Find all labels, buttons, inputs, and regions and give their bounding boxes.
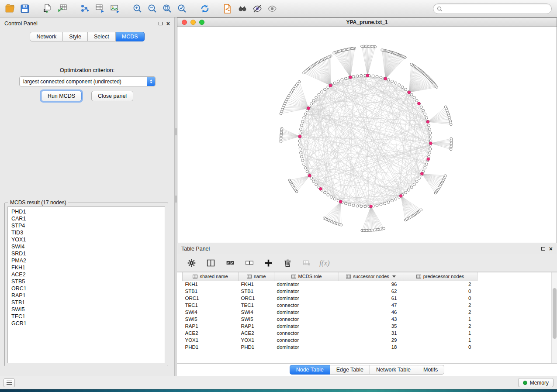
function-builder-icon[interactable]: f(x) [319,259,330,268]
zoom-fit-icon[interactable] [161,2,174,15]
table-row[interactable]: ACE2ACE2connector311 [183,330,477,337]
list-item[interactable]: ORC1 [8,285,165,292]
list-item[interactable]: RAP1 [8,292,165,299]
zoom-out-icon[interactable] [146,2,159,15]
list-item[interactable]: YOX1 [8,236,165,243]
table-row[interactable]: RAP1RAP1dominator352 [183,323,477,330]
table-row[interactable]: YOX1YOX1connector291 [183,337,477,344]
table-row[interactable]: FKH1FKH1dominator962 [183,281,477,288]
table-cell[interactable]: 46 [339,309,403,316]
table-cell[interactable]: dominator [274,344,339,351]
table-cell[interactable]: TEC1 [183,302,239,309]
table-cell[interactable]: 29 [339,337,403,344]
table-cell[interactable]: RAP1 [239,323,274,330]
add-row-icon[interactable] [262,257,275,270]
table-row[interactable]: SWI4SWI4dominator462 [183,309,477,316]
table-cell[interactable]: FKH1 [239,281,274,288]
table-cell[interactable]: 1 [403,316,477,323]
list-item[interactable]: GCR1 [8,320,165,327]
table-cell[interactable]: connector [274,316,339,323]
table-cell[interactable]: connector [274,337,339,344]
table-cell[interactable]: 2 [403,323,477,330]
show-birdseye-view-icon[interactable] [266,2,279,15]
tab-network-table[interactable]: Network Table [370,365,417,375]
list-item[interactable]: STB5 [8,278,165,285]
export-table-icon[interactable] [93,2,107,15]
table-row[interactable]: ORC1ORC1dominator610 [183,295,477,302]
table-cell[interactable]: SWI5 [239,316,274,323]
table-cell[interactable]: STB1 [183,288,239,295]
table-cell[interactable]: FKH1 [183,281,239,288]
tab-node-table[interactable]: Node Table [290,365,330,375]
table-cell[interactable]: dominator [274,309,339,316]
delete-row-icon[interactable] [281,257,294,270]
window-maximize-icon[interactable] [199,20,204,25]
settings-gear-icon[interactable] [185,257,198,270]
splitter-handle[interactable] [175,128,177,135]
table-cell[interactable]: ACE2 [239,330,274,337]
list-item[interactable]: CAR1 [8,215,165,222]
table-cell[interactable]: 1 [403,337,477,344]
column-header-shared-name[interactable]: shared name [183,272,239,281]
table-cell[interactable]: 62 [339,288,403,295]
list-item[interactable]: FKH1 [8,264,165,271]
zoom-selected-icon[interactable] [176,2,189,15]
table-cell[interactable]: dominator [274,281,339,288]
table-cell[interactable]: PHD1 [183,344,239,351]
search-field[interactable] [433,3,552,14]
mcds-result-list[interactable]: PHD1CAR1STP4TID3YOX1SWI4SRD1PMA2FKH1ACE2… [7,206,165,363]
table-cell[interactable]: 0 [403,344,477,351]
table-cell[interactable]: 61 [339,295,403,302]
tab-motifs[interactable]: Motifs [417,365,444,375]
table-cell[interactable]: ACE2 [183,330,239,337]
zoom-in-icon[interactable] [131,2,144,15]
table-cell[interactable]: 2 [403,302,477,309]
table-cell[interactable]: 0 [403,288,477,295]
table-cell[interactable]: RAP1 [183,323,239,330]
column-header-mcds-role[interactable]: MCDS role [274,272,339,281]
table-row[interactable]: STB1STB1dominator620 [183,288,477,295]
table-cell[interactable]: 47 [339,302,403,309]
run-mcds-button[interactable]: Run MCDS [41,91,82,101]
window-close-icon[interactable] [182,20,187,25]
table-cell[interactable]: 35 [339,323,403,330]
export-image-icon[interactable] [108,2,121,15]
table-cell[interactable]: 31 [339,330,403,337]
list-item[interactable]: SWI4 [8,243,165,250]
save-icon[interactable] [18,2,31,15]
float-table-panel-icon[interactable] [541,247,545,251]
share-network-document-icon[interactable] [221,2,234,15]
column-header-name[interactable]: name [239,272,274,281]
table-cell[interactable]: 96 [339,281,403,288]
window-minimize-icon[interactable] [190,20,196,25]
float-panel-icon[interactable] [159,22,163,25]
select-all-icon[interactable] [223,257,236,270]
close-panel-icon[interactable]: × [166,21,170,26]
tab-select[interactable]: Select [88,32,116,41]
network-canvas[interactable] [177,27,557,242]
column-header-predecessor-nodes[interactable]: predecessor nodes [403,272,477,281]
table-cell[interactable]: 43 [339,316,403,323]
table-cell[interactable]: dominator [274,323,339,330]
table-cell[interactable]: 1 [403,330,477,337]
scrollbar-thumb[interactable] [553,288,557,339]
table-cell[interactable]: 0 [403,295,477,302]
table-cell[interactable]: 18 [339,344,403,351]
split-view-icon[interactable] [204,257,217,270]
list-item[interactable]: TEC1 [8,313,165,320]
table-row[interactable]: SWI5SWI5connector431 [183,316,477,323]
tab-edge-table[interactable]: Edge Table [330,365,370,375]
table-scrollbar[interactable] [551,272,557,363]
clear-table-icon[interactable] [300,257,313,270]
list-item[interactable]: PMA2 [8,257,165,264]
table-cell[interactable]: YOX1 [239,337,274,344]
list-item[interactable]: SWI5 [8,306,165,313]
column-header-successor-nodes[interactable]: successor nodes [339,272,403,281]
table-cell[interactable]: PHD1 [239,344,274,351]
list-item[interactable]: STB1 [8,299,165,306]
close-panel-button[interactable]: Close panel [91,91,133,101]
table-cell[interactable]: dominator [274,288,339,295]
network-window-titlebar[interactable]: YPA_prune.txt_1 [177,18,557,27]
table-cell[interactable]: 2 [403,309,477,316]
table-cell[interactable]: connector [274,302,339,309]
